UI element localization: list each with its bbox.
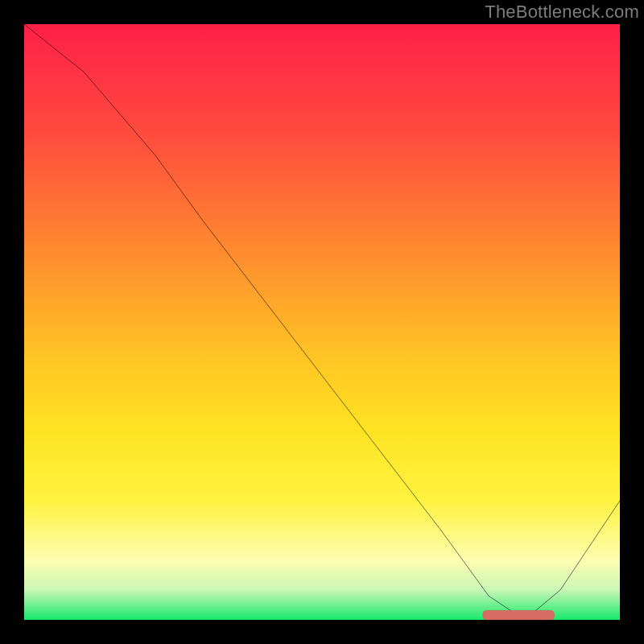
watermark-label: TheBottleneck.com — [485, 2, 639, 23]
bottom-marker — [24, 24, 620, 620]
marker-rect — [483, 610, 555, 620]
